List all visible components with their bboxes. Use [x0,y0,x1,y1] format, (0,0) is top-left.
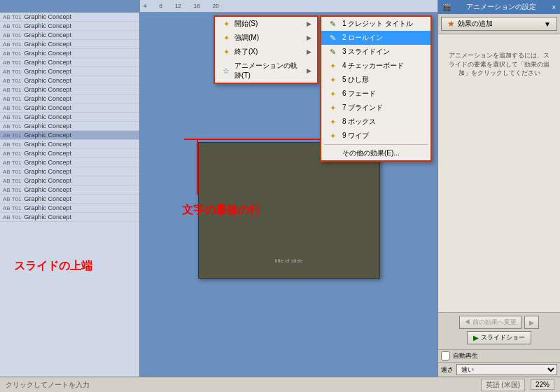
dropdown-more-effects[interactable]: その他の効果(E)... [321,146,430,160]
star-icon-7: ✦ [327,104,338,113]
dropdown-label-path: アニメーションの軌跡(T) [234,61,304,80]
panel-title: 🎬 アニメーションの設定 × [438,0,560,14]
pencil-icon-1: ✎ [327,20,338,29]
dropdown-roll-in[interactable]: ✎ 2 ロールイン [321,31,430,45]
status-bar: クリックしてノートを入力 英語 (米国) 22% [0,377,560,392]
list-item[interactable]: AB T01Graphic Concept [0,104,139,113]
dropdown-container: ✦ 開始(S) ▶ ✦ 強調(M) ▶ ✦ 終了(X) ▶ [214,15,318,85]
list-item[interactable]: AB T01Graphic Concept [0,122,139,131]
ruler-mark-1: 4 [144,3,146,9]
prev-btn-label: 前の効果へ変更 [472,318,517,326]
list-item[interactable]: AB T01Graphic Concept [0,176,139,186]
slideshow-row: ▶ スライドショー [441,331,557,344]
notes-placeholder[interactable]: クリックしてノートを入力 [6,380,475,390]
zoom-level: 22% [531,379,554,390]
main-area: 4 8 12 16 20 AB T01Graphic Concept AB T0… [0,0,560,377]
list-item[interactable]: AB T01Graphic Concept [0,186,139,195]
effect-label-5: 5 ひし形 [342,75,425,85]
dropdown-item-path[interactable]: ☆ アニメーションの軌跡(T) ▶ [215,59,317,83]
speed-row: 速さ 速い 中 遅い [438,362,560,377]
prev-effect-button[interactable]: ◀ 前の効果へ変更 [459,316,522,329]
list-item[interactable]: AB T01Graphic Concept [0,140,139,149]
dropdown-label-emphasis: 強調(M) [234,33,304,43]
add-effect-area: ★ 効果の追加 ▼ [438,14,560,34]
animation-list-area: アニメーションを追加するには、スライドの要素を選択して「効果の追加」をクリックし… [438,34,560,312]
list-item[interactable]: AB T01Graphic Concept [0,131,139,140]
dropdown-item-start[interactable]: ✦ 開始(S) ▶ [215,17,317,31]
list-item[interactable]: AB T01Graphic Concept [0,149,139,158]
add-effect-button[interactable]: ★ 効果の追加 ▼ [441,17,557,31]
prev-arrow-icon: ◀ [464,318,470,326]
list-item[interactable]: AB T01Graphic Concept [0,113,139,122]
panel-nav-row: ◀ 前の効果へ変更 ▶ [441,316,557,329]
right-panel: 🎬 アニメーションの設定 × ★ 効果の追加 ▼ アニメーションを追加するには、… [438,0,560,377]
effect-label-7: 7 ブラインド [342,103,425,113]
ruler-mark-5: 20 [213,3,219,9]
slideshow-label: スライドショー [481,333,525,342]
list-item[interactable]: AB T01Graphic Concept [0,31,139,40]
list-item[interactable]: AB T01Graphic Concept [0,58,139,67]
annotation-top-edge: スライドの上端 [14,259,92,274]
star-icon-4: ✦ [327,62,338,71]
list-item[interactable]: AB T01Graphic Concept [0,85,139,94]
dropdown-credit-title[interactable]: ✎ 1 クレジット タイトル [321,17,430,31]
dropdown-fade[interactable]: ✦ 6 フェード [321,87,430,101]
star-icon-9: ✦ [327,132,338,141]
dropdown-wipe[interactable]: ✦ 9 ワイプ [321,129,430,143]
right-effect-dropdown: ✦ 開始(S) ▶ ✦ 強調(M) ▶ ✦ 終了(X) ▶ [214,15,318,84]
dropdown-blind[interactable]: ✦ 7 ブラインド [321,101,430,115]
dropdown-box[interactable]: ✦ 8 ボックス [321,115,430,129]
dropdown-checkerboard[interactable]: ✦ 4 チェッカーボード [321,59,430,73]
effect-label-2: 2 ロールイン [342,33,425,43]
list-item[interactable]: AB T01Graphic Concept [0,213,139,222]
list-item[interactable]: AB T01Graphic Concept [0,40,139,49]
annotation-last-line: 文字の最後の行 [182,203,260,218]
panel-close-button[interactable]: × [552,4,556,11]
dropdown-label-end: 終了(X) [234,47,304,57]
app-container: 4 8 12 16 20 AB T01Graphic Concept AB T0… [0,0,560,392]
play-icon: ▶ [473,334,479,342]
annotation-line-slide [197,139,198,195]
language-status[interactable]: 英語 (米国) [481,379,525,391]
list-item[interactable]: AB T01Graphic Concept [0,195,139,204]
auto-play-checkbox[interactable] [441,351,450,360]
slideshow-button[interactable]: ▶ スライドショー [467,331,531,344]
slide-list: AB T01Graphic Concept AB T01Graphic Conc… [0,13,140,377]
star-icon-5: ✦ [327,76,338,85]
list-item[interactable]: AB T01Graphic Concept [0,94,139,104]
arrow-icon-end: ▶ [307,48,312,55]
dropdown-item-emphasis[interactable]: ✦ 強調(M) ▶ [215,31,317,45]
arrow-icon-path: ▶ [307,67,312,74]
timeline-ruler: 4 8 12 16 20 [140,0,438,13]
list-item[interactable]: AB T01Graphic Concept [0,22,139,31]
list-item[interactable]: AB T01Graphic Concept [0,49,139,58]
speed-label: 速さ [441,365,454,374]
ruler-mark-3: 12 [175,3,181,9]
star-icon-end: ✦ [220,48,232,57]
next-effect-button[interactable]: ▶ [524,316,539,329]
animation-info-text: アニメーションを追加するには、スライドの要素を選択して「効果の追加」をクリックし… [441,51,557,78]
list-item[interactable]: AB T01Graphic Concept [0,76,139,85]
effect-label-8: 8 ボックス [342,117,425,127]
dropdown-slide-in[interactable]: ✎ 3 スライドイン [321,45,430,59]
slide-canvas-content: title of slide [274,258,302,264]
effect-label-4: 4 チェッカーボード [342,61,425,71]
panel-title-text: アニメーションの設定 [466,2,536,12]
list-item[interactable]: AB T01Graphic Concept [0,67,139,76]
effect-label-1: 1 クレジット タイトル [342,19,425,29]
list-item[interactable]: AB T01Graphic Concept [0,167,139,176]
auto-play-label: 自動再生 [453,351,478,360]
effect-label-more: その他の効果(E)... [342,148,425,158]
list-item[interactable]: AB T01Graphic Concept [0,13,139,22]
dropdown-arrow-icon: ▼ [544,20,551,28]
dropdown-diamond[interactable]: ✦ 5 ひし形 [321,73,430,87]
dropdown-separator [324,144,428,145]
list-item[interactable]: AB T01Graphic Concept [0,204,139,213]
auto-play-row: 自動再生 [438,349,560,362]
dropdown-item-end[interactable]: ✦ 終了(X) ▶ [215,45,317,59]
speed-select[interactable]: 速い 中 遅い [456,364,557,375]
list-item[interactable]: AB T01Graphic Concept [0,158,139,167]
pencil-icon-2: ✎ [327,34,338,43]
star-icon-path: ☆ [220,66,232,76]
pencil-icon-3: ✎ [327,48,338,57]
